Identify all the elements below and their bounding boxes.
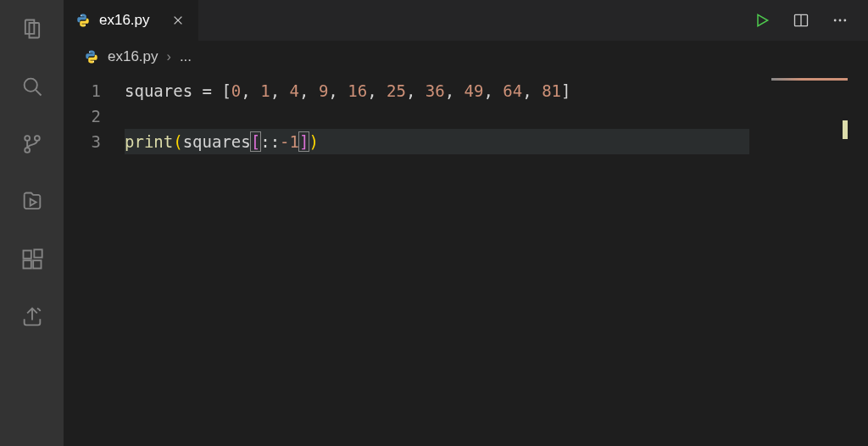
svg-marker-5 [30, 199, 36, 206]
svg-point-0 [24, 79, 36, 92]
debug-icon[interactable] [19, 188, 46, 215]
tab-actions [753, 0, 868, 41]
python-icon [84, 49, 99, 64]
explorer-icon[interactable] [19, 15, 46, 42]
source-control-icon[interactable] [19, 131, 46, 158]
line-number: 3 [64, 129, 101, 154]
search-icon[interactable] [19, 73, 46, 100]
close-icon[interactable] [170, 12, 186, 29]
code-editor[interactable]: 123 squares = [0, 1, 4, 9, 16, 25, 36, 4… [64, 73, 868, 446]
activity-bar [0, 0, 64, 446]
svg-point-10 [81, 15, 81, 16]
svg-point-17 [834, 20, 837, 22]
svg-point-18 [839, 20, 842, 22]
code-line[interactable]: squares = [0, 1, 4, 9, 16, 25, 36, 49, 6… [125, 78, 749, 103]
svg-rect-9 [34, 249, 42, 257]
svg-point-20 [89, 52, 90, 53]
line-number: 1 [64, 78, 101, 103]
chevron-right-icon: › [167, 49, 171, 64]
tab-bar: ex16.py [64, 0, 868, 41]
code-line[interactable]: print(squares[::-1]) [125, 129, 749, 154]
python-icon [75, 13, 91, 28]
breadcrumb-file: ex16.py [108, 48, 159, 65]
line-number-gutter: 123 [64, 73, 125, 446]
split-editor-icon[interactable] [792, 11, 810, 30]
run-icon[interactable] [753, 11, 771, 30]
svg-marker-14 [758, 14, 768, 25]
svg-point-3 [25, 136, 30, 141]
svg-point-11 [85, 25, 86, 25]
svg-rect-7 [23, 260, 31, 268]
svg-point-21 [93, 61, 94, 62]
breadcrumb-symbol: ... [180, 48, 192, 65]
editor-group: ex16.py [64, 0, 868, 446]
code-line[interactable] [125, 103, 749, 129]
svg-line-1 [36, 90, 41, 95]
svg-rect-6 [23, 251, 31, 259]
code-content[interactable]: squares = [0, 1, 4, 9, 16, 25, 36, 49, 6… [125, 73, 868, 446]
more-actions-icon[interactable] [831, 11, 849, 30]
breadcrumb[interactable]: ex16.py › ... [64, 41, 868, 73]
svg-point-2 [34, 136, 39, 141]
line-number: 2 [64, 103, 101, 129]
extensions-icon[interactable] [19, 246, 46, 273]
svg-rect-8 [33, 260, 41, 268]
share-icon[interactable] [19, 304, 46, 331]
svg-point-19 [843, 20, 846, 22]
tab-label: ex16.py [99, 12, 150, 29]
tab-ex16[interactable]: ex16.py [64, 0, 199, 41]
